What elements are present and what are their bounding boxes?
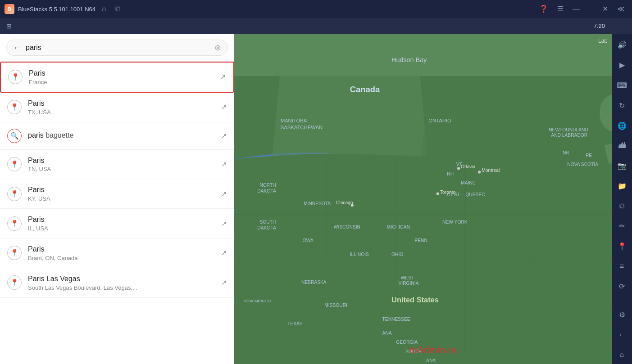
time-display: 7:20 xyxy=(594,18,605,34)
globe-icon[interactable]: 🌐 xyxy=(616,120,628,132)
svg-text:MINNESOTA: MINNESOTA xyxy=(304,201,331,206)
result-sub: KY, USA xyxy=(28,195,215,202)
result-item[interactable]: 📍 Paris TN, USA ↗ xyxy=(0,150,234,180)
location-pin-icon: 📍 xyxy=(7,187,22,201)
result-sub: France xyxy=(29,79,214,85)
location-pin-icon: 📍 xyxy=(7,216,22,231)
back-nav-icon[interactable]: ← xyxy=(617,329,627,341)
search-input[interactable] xyxy=(26,44,210,52)
svg-text:IOWA: IOWA xyxy=(301,238,314,243)
result-name: paris baguette xyxy=(28,131,215,140)
result-text: Paris France xyxy=(29,69,214,85)
arrow-icon: ↗ xyxy=(221,160,227,168)
result-item[interactable]: 📍 Paris IL, USA ↗ xyxy=(0,209,234,238)
refresh-icon[interactable]: ⟳ xyxy=(617,280,627,292)
location-pin-icon: 📍 xyxy=(7,275,22,290)
volume-icon[interactable]: 🔊 xyxy=(616,39,628,51)
svg-text:OHIO: OHIO xyxy=(391,252,403,257)
svg-text:DAKOTA: DAKOTA xyxy=(257,225,276,230)
help-btn[interactable]: ❓ xyxy=(537,4,551,14)
settings-icon[interactable]: ⚙ xyxy=(617,309,627,321)
titlebar: B BlueStacks 5.5.101.1001 N64 ⌂ ⧉ ❓ ☰ — … xyxy=(0,0,632,18)
svg-text:PENN: PENN xyxy=(414,238,427,243)
home-nav-icon[interactable]: ⌂ xyxy=(618,349,626,360)
location-pin-icon: 📍 xyxy=(7,246,22,260)
result-sub: South Las Vegas Boulevard, Las Vegas,... xyxy=(28,284,215,291)
result-item[interactable]: 📍 Paris TX, USA ↗ xyxy=(0,93,234,122)
svg-text:MAINE: MAINE xyxy=(461,180,476,185)
svg-text:Chicago: Chicago xyxy=(336,200,353,205)
keyboard-icon[interactable]: ⌨ xyxy=(615,79,629,91)
svg-point-52 xyxy=(457,167,460,170)
result-item[interactable]: 📍 Paris KY, USA ↗ xyxy=(0,179,234,209)
svg-text:MICHIGAN: MICHIGAN xyxy=(387,225,410,229)
watermark: toAdmin.ru xyxy=(409,345,457,355)
search-icon: 🔍 xyxy=(7,129,22,143)
result-sub: IL, USA xyxy=(28,225,215,232)
svg-text:MISSOURI: MISSOURI xyxy=(324,303,347,308)
city-icon[interactable]: 🏙 xyxy=(617,140,627,152)
arrow-icon: ↗ xyxy=(221,249,227,257)
svg-text:Toronto: Toronto xyxy=(440,190,455,195)
minimize-btn[interactable]: — xyxy=(570,4,582,14)
edit-icon[interactable]: ✏ xyxy=(617,220,627,232)
svg-text:SOUTH: SOUTH xyxy=(259,220,276,225)
svg-text:Ottawa: Ottawa xyxy=(461,164,476,169)
result-name: Paris Las Vegas xyxy=(28,274,215,284)
svg-text:NOVA SCOTIA: NOVA SCOTIA xyxy=(567,162,598,167)
svg-text:ILLINOIS: ILLINOIS xyxy=(350,252,369,257)
results-list: 📍 Paris France ↗ 📍 Paris TX, USA ↗ 🔍 xyxy=(0,62,234,364)
result-text: Paris KY, USA xyxy=(28,185,215,202)
folder-icon[interactable]: 📁 xyxy=(616,180,628,192)
result-text: paris baguette xyxy=(28,131,215,140)
back-button[interactable]: ← xyxy=(13,44,21,52)
home-btn[interactable]: ⌂ xyxy=(99,4,109,14)
multi-window-btn[interactable]: ⧉ xyxy=(113,4,123,14)
lat-label: Lat: xyxy=(598,38,607,44)
rotate-icon[interactable]: ↻ xyxy=(617,99,627,112)
location-pin-icon: 📍 xyxy=(7,100,22,114)
svg-text:SASKATCHEWAN: SASKATCHEWAN xyxy=(281,125,323,130)
toolbar-grid-icon[interactable]: ⊞ xyxy=(4,21,14,31)
clear-button[interactable]: ⊗ xyxy=(214,44,221,52)
location-pin-icon: 📍 xyxy=(7,157,22,171)
svg-text:DAKOTA: DAKOTA xyxy=(257,189,276,193)
pin-sidebar-icon[interactable]: 📍 xyxy=(616,240,628,252)
svg-text:WISCONSIN: WISCONSIN xyxy=(334,225,360,229)
stack-icon[interactable]: ≡ xyxy=(618,261,626,272)
layers-icon[interactable]: ⧉ xyxy=(618,200,626,212)
result-item[interactable]: 📍 Paris Brant, ON, Canada ↗ xyxy=(0,238,234,268)
svg-text:Hudson Bay: Hudson Bay xyxy=(391,56,427,63)
result-name: Paris xyxy=(28,156,215,166)
right-sidebar: 🔊 ▶ ⌨ ↻ 🌐 🏙 📷 📁 ⧉ ✏ 📍 ≡ ⟳ ⚙ ← ⌂ xyxy=(612,34,632,364)
screenshot-icon[interactable]: 📷 xyxy=(616,160,628,172)
svg-text:NEW MEXICO: NEW MEXICO xyxy=(244,299,271,303)
svg-text:PE: PE xyxy=(586,153,592,158)
expand-btn[interactable]: ≪ xyxy=(614,4,627,14)
arrow-icon: ↗ xyxy=(221,190,227,198)
maximize-btn[interactable]: □ xyxy=(586,4,596,14)
result-item[interactable]: 🔍 paris baguette ↗ xyxy=(0,122,234,150)
arrow-icon: ↗ xyxy=(221,103,227,111)
search-bar: ← ⊗ xyxy=(0,34,234,62)
svg-text:AND LABRADOR: AND LABRADOR xyxy=(551,133,587,138)
result-item[interactable]: 📍 Paris France ↗ xyxy=(0,62,234,93)
svg-text:Canada: Canada xyxy=(350,85,380,94)
result-name: Paris xyxy=(29,69,214,78)
map-area[interactable]: Hudson Bay Canada MANITOBA SASKATCHEWAN … xyxy=(234,34,632,364)
play-icon[interactable]: ▶ xyxy=(618,59,627,71)
result-item[interactable]: 📍 Paris Las Vegas South Las Vegas Boulev… xyxy=(0,268,234,298)
app-logo: B xyxy=(5,4,14,14)
result-name: Paris xyxy=(28,245,215,254)
result-text: Paris Brant, ON, Canada xyxy=(28,245,215,261)
result-sub: Brant, ON, Canada xyxy=(28,255,215,261)
result-sub: TX, USA xyxy=(28,109,215,116)
close-btn[interactable]: ✕ xyxy=(600,4,611,14)
menu-btn[interactable]: ☰ xyxy=(555,4,566,14)
svg-text:GEORGIA: GEORGIA xyxy=(396,340,418,345)
svg-text:VIRGINIA: VIRGINIA xyxy=(398,281,418,286)
result-sub: TN, USA xyxy=(28,166,215,172)
svg-text:TEXAS: TEXAS xyxy=(287,321,303,326)
result-text: Paris TN, USA xyxy=(28,156,215,173)
main-layout: ← ⊗ 📍 Paris France ↗ 📍 Paris T xyxy=(0,34,632,364)
